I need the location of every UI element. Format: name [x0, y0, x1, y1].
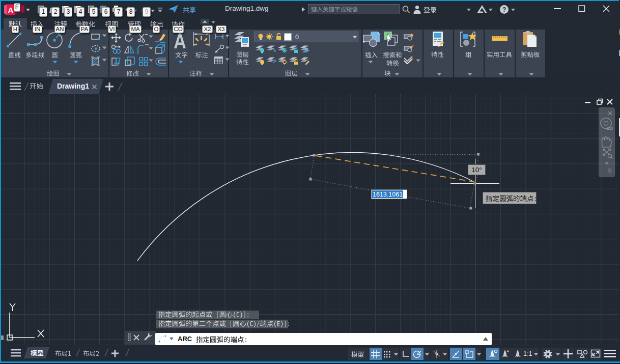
svg-text:2D: 2D: [607, 125, 613, 131]
svg-text:?: ?: [502, 6, 506, 13]
svg-text:A: A: [8, 6, 14, 14]
